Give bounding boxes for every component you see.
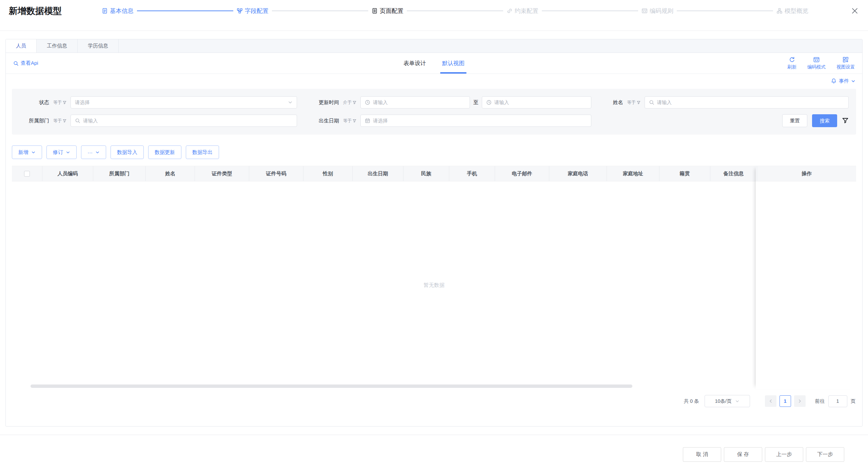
step-coding-rules[interactable]: 编码规则 [642, 7, 673, 15]
tool-label: 视图设置 [836, 64, 855, 70]
save-button[interactable]: 保 存 [724, 447, 762, 462]
goto-page-input[interactable] [828, 395, 847, 407]
column-header: 人员编码 [42, 166, 93, 181]
chevron-down-icon [851, 79, 855, 83]
close-icon[interactable] [851, 5, 859, 16]
next-page-button[interactable] [794, 395, 806, 407]
step-constraint-config[interactable]: 约束配置 [507, 7, 538, 15]
view-toolbar: 查看Api 表单设计 默认视图 刷新 编码模式 [6, 53, 862, 74]
date-placeholder: 请选择 [373, 118, 388, 124]
filter-birth-date: 出生日期 等于 请选择 [319, 114, 591, 127]
name-search-input[interactable] [645, 96, 849, 108]
button-label: 数据导出 [192, 149, 213, 156]
time-start-field[interactable] [373, 100, 466, 105]
view-tabs: 表单设计 默认视图 [403, 53, 465, 74]
document-icon [102, 8, 108, 14]
step-connector [407, 11, 503, 11]
chevron-down-icon [735, 399, 739, 403]
time-end-input[interactable] [482, 96, 591, 108]
step-field-config[interactable]: 字段配置 [237, 7, 269, 15]
tab-education-info[interactable]: 学历信息 [78, 39, 119, 53]
search-icon [75, 118, 80, 123]
step-label: 模型概览 [785, 7, 808, 15]
step-page-config[interactable]: 页面配置 [372, 7, 403, 15]
step-label: 页面配置 [380, 7, 403, 15]
department-field[interactable] [83, 118, 293, 123]
funnel-icon [63, 101, 66, 104]
grid-icon [842, 56, 849, 63]
view-api-link[interactable]: 查看Api [13, 60, 38, 66]
step-label: 编码规则 [650, 7, 673, 15]
page-size-select[interactable]: 10条/页 [705, 395, 750, 407]
step-model-overview[interactable]: 模型概览 [776, 7, 808, 15]
filter-label: 状态 [19, 99, 49, 106]
data-export-button[interactable]: 数据导出 [186, 145, 219, 159]
bell-icon [831, 78, 837, 84]
step-basic-info[interactable]: 基本信息 [102, 7, 134, 15]
horizontal-scrollbar[interactable] [31, 384, 632, 388]
operator-label: 等于 [53, 118, 62, 124]
data-table: 人员编码 所属部门 姓名 证件类型 证件号码 性别 出生日期 民族 手机 电子邮… [12, 166, 856, 389]
advanced-filter-icon[interactable] [842, 117, 849, 124]
next-step-button[interactable]: 下一步 [806, 447, 844, 462]
page-number-1[interactable]: 1 [780, 395, 791, 407]
tool-label: 刷新 [787, 64, 796, 70]
time-end-field[interactable] [494, 100, 587, 105]
tool-label: 编码模式 [807, 64, 826, 70]
search-button[interactable]: 搜索 [812, 114, 837, 127]
code-window-icon [813, 56, 820, 63]
tab-form-design[interactable]: 表单设计 [403, 53, 426, 74]
data-toolbar: 新增 修订 ··· 数据导入 数据更新 数据导出 [12, 145, 856, 159]
filter-name: 姓名 等于 [613, 96, 849, 108]
operator-label: 介于 [343, 100, 352, 105]
nodes-icon [237, 8, 243, 14]
filter-panel: 状态 等于 请选择 更新时间 介于 [12, 89, 856, 135]
filter-operator[interactable]: 等于 [343, 118, 356, 124]
tab-work-info[interactable]: 工作信息 [37, 39, 78, 53]
data-import-button[interactable]: 数据导入 [111, 145, 144, 159]
column-header: 家庭地址 [607, 166, 659, 181]
column-header: 出生日期 [353, 166, 403, 181]
column-header: 姓名 [146, 166, 195, 181]
search-icon [649, 100, 654, 105]
view-settings-button[interactable]: 视图设置 [836, 56, 855, 70]
refresh-button[interactable]: 刷新 [787, 56, 796, 70]
calendar-icon [365, 118, 370, 123]
column-header: 籍贯 [659, 166, 710, 181]
code-mode-button[interactable]: 编码模式 [807, 56, 826, 70]
events-label: 事件 [839, 78, 849, 84]
revise-button[interactable]: 修订 [46, 145, 77, 159]
tab-default-view[interactable]: 默认视图 [442, 53, 465, 74]
refresh-icon [789, 56, 795, 63]
select-all-checkbox[interactable] [24, 171, 30, 177]
tab-personnel[interactable]: 人员 [6, 39, 37, 53]
name-field[interactable] [657, 100, 844, 105]
filter-operator[interactable]: 等于 [53, 118, 66, 124]
range-separator: 至 [473, 99, 478, 106]
entity-tab-bar: 人员 工作信息 学历信息 [6, 39, 862, 53]
button-label: 修订 [53, 149, 63, 156]
birth-date-picker[interactable]: 请选择 [360, 115, 591, 127]
filter-label: 更新时间 [319, 99, 339, 106]
events-toggle[interactable]: 事件 [831, 78, 855, 84]
data-update-button[interactable]: 数据更新 [148, 145, 181, 159]
reset-button[interactable]: 重置 [782, 114, 807, 127]
filter-label: 姓名 [613, 99, 623, 106]
department-search-input[interactable] [71, 115, 297, 127]
code-window-icon [642, 8, 648, 14]
more-actions-button[interactable]: ··· [81, 145, 106, 159]
status-select[interactable]: 请选择 [71, 96, 297, 108]
filter-operator[interactable]: 等于 [53, 100, 66, 105]
time-start-input[interactable] [360, 96, 470, 108]
prev-step-button[interactable]: 上一步 [765, 447, 803, 462]
filter-operator[interactable]: 等于 [627, 100, 640, 105]
cancel-button[interactable]: 取 消 [683, 447, 721, 462]
prev-page-button[interactable] [765, 395, 776, 407]
add-button[interactable]: 新增 [12, 145, 42, 159]
chevron-down-icon [31, 150, 36, 155]
filter-operator[interactable]: 介于 [343, 100, 356, 105]
step-connector [542, 11, 638, 11]
column-header: 民族 [403, 166, 449, 181]
select-all-cell [12, 166, 42, 181]
column-header: 手机 [449, 166, 495, 181]
